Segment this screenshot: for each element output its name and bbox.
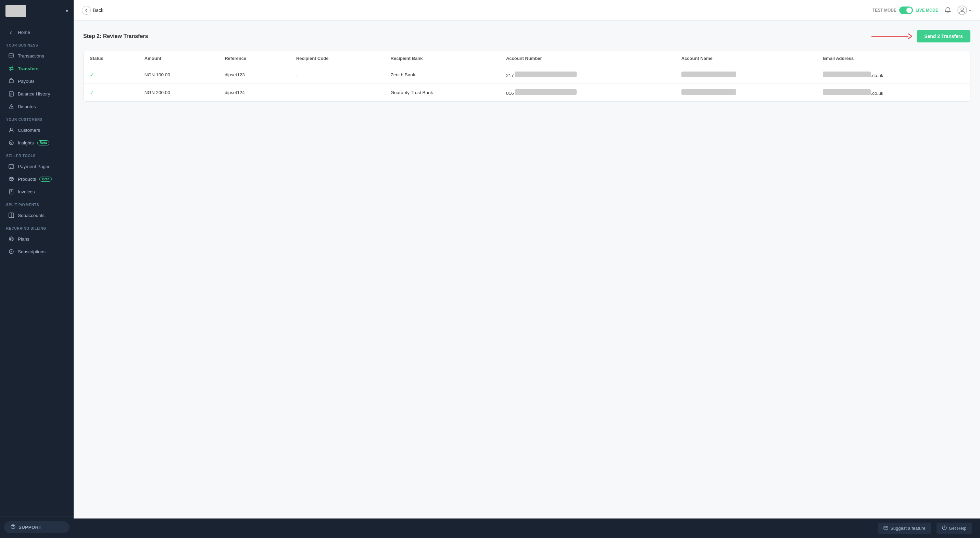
cell-status: ✓ (84, 66, 138, 84)
help-label: Get Help (949, 526, 966, 531)
plans-icon (8, 236, 14, 242)
cell-email-address: .co.uk (817, 84, 970, 102)
sidebar-item-label: Subscriptions (18, 249, 46, 254)
sidebar-item-transfers[interactable]: Transfers (2, 62, 72, 75)
red-arrow-icon (872, 33, 913, 40)
section-recurring-billing: RECURRING BILLING (0, 222, 74, 232)
sidebar-item-label: Balance History (18, 91, 50, 97)
sidebar-item-label: Insights (18, 140, 34, 146)
user-menu-button[interactable] (958, 5, 972, 15)
sidebar-item-home[interactable]: ⌂ Home (2, 26, 72, 38)
cell-reference: dipset123 (218, 66, 290, 84)
sidebar-item-payouts[interactable]: Payouts (2, 75, 72, 87)
account-name-redacted (681, 89, 736, 95)
sidebar-support: SUPPORT (0, 516, 74, 538)
mode-switch[interactable] (899, 6, 913, 14)
sidebar-item-insights[interactable]: Insights Beta (2, 136, 72, 149)
sidebar-item-label: Plans (18, 236, 29, 241)
help-icon (942, 525, 947, 531)
subscriptions-icon (8, 248, 14, 255)
svg-point-25 (11, 251, 12, 252)
col-account-number: Account Number (500, 51, 675, 66)
sidebar-item-products[interactable]: Products Beta (2, 173, 72, 185)
col-recipient-code: Recipient Code (290, 51, 385, 66)
col-email-address: Email Address (817, 51, 970, 66)
col-amount: Amount (138, 51, 218, 66)
sidebar-logo-area: ▾ (0, 0, 74, 22)
email-redacted (823, 71, 871, 77)
customers-icon (8, 127, 14, 133)
sidebar-item-customers[interactable]: Customers (2, 124, 72, 136)
account-number-redacted (515, 89, 577, 95)
send-transfers-button[interactable]: Send 2 Transfers (916, 30, 970, 43)
section-your-business: YOUR BUSINESS (0, 39, 74, 49)
sidebar-item-invoices[interactable]: Invoices (2, 186, 72, 198)
back-button[interactable]: Back (82, 6, 103, 15)
sidebar-item-label: Transfers (18, 66, 39, 71)
cell-recipient-bank: Zenith Bank (385, 66, 500, 84)
svg-rect-12 (9, 165, 14, 168)
svg-point-10 (9, 141, 13, 145)
live-mode-label: LIVE MODE (916, 8, 938, 13)
cell-amount: NGN 200.00 (138, 84, 218, 102)
support-button[interactable]: SUPPORT (4, 521, 70, 533)
bottom-bar: Suggest a feature Get Help (74, 519, 980, 538)
sidebar-item-subaccounts[interactable]: Subaccounts (2, 209, 72, 221)
products-icon (8, 176, 14, 182)
invoices-icon (8, 189, 14, 195)
sidebar-item-label: Subaccounts (18, 213, 45, 218)
sidebar-nav: ⌂ Home YOUR BUSINESS Transactions Transf… (0, 22, 74, 516)
sidebar-item-transactions[interactable]: Transactions (2, 50, 72, 62)
support-label: SUPPORT (19, 525, 41, 530)
get-help-button[interactable]: Get Help (937, 522, 972, 534)
svg-point-33 (944, 529, 944, 529)
sidebar-item-label: Transactions (18, 53, 44, 59)
page-content: Step 2: Review Transfers Send 2 Transfer… (74, 21, 980, 519)
topbar: Back TEST MODE LIVE MODE (74, 0, 980, 21)
section-your-customers: YOUR CUSTOMERS (0, 113, 74, 124)
back-label: Back (93, 8, 103, 13)
sidebar-item-disputes[interactable]: Disputes (2, 100, 72, 113)
col-reference: Reference (218, 51, 290, 66)
transfers-table: Status Amount Reference Recipient Code R… (83, 51, 970, 102)
sidebar: ▾ ⌂ Home YOUR BUSINESS Transactions Tran… (0, 0, 74, 538)
cell-recipient-bank: Guaranty Trust Bank (385, 84, 500, 102)
sidebar-item-subscriptions[interactable]: Subscriptions (2, 245, 72, 258)
notifications-icon[interactable] (942, 5, 953, 16)
suggest-feature-button[interactable]: Suggest a feature (878, 522, 931, 534)
beta-badge: Beta (37, 140, 50, 146)
support-icon (10, 524, 16, 530)
sidebar-item-balance-history[interactable]: Balance History (2, 87, 72, 100)
cell-account-number: 217 (500, 66, 675, 84)
cell-reference: dipset124 (218, 84, 290, 102)
beta-badge-products: Beta (40, 176, 52, 182)
payouts-icon (8, 78, 14, 84)
cell-amount: NGN 100.00 (138, 66, 218, 84)
sidebar-item-label: Products (18, 176, 36, 182)
transactions-icon (8, 53, 14, 59)
col-account-name: Account Name (675, 51, 817, 66)
page-title: Step 2: Review Transfers (83, 33, 148, 40)
sidebar-item-plans[interactable]: Plans (2, 233, 72, 245)
svg-point-9 (10, 128, 12, 130)
sidebar-item-label: Home (18, 30, 30, 35)
transfers-icon (8, 65, 14, 71)
home-icon: ⌂ (8, 29, 14, 35)
payment-pages-icon (8, 163, 14, 170)
cell-recipient-code: - (290, 84, 385, 102)
check-icon: ✓ (90, 72, 94, 78)
sidebar-item-payment-pages[interactable]: Payment Pages (2, 160, 72, 173)
check-icon: ✓ (90, 90, 94, 95)
svg-point-27 (13, 528, 13, 528)
table-row: ✓NGN 100.00dipset123-Zenith Bank217.co.u… (84, 66, 970, 84)
svg-point-23 (11, 238, 12, 239)
section-seller-tools: SELLER TOOLS (0, 149, 74, 160)
sidebar-item-label: Customers (18, 128, 40, 133)
svg-point-8 (11, 108, 11, 108)
cell-email-address: .co.uk (817, 66, 970, 84)
sidebar-item-label: Disputes (18, 104, 36, 109)
main-area: Back TEST MODE LIVE MODE Step 2: Review … (74, 0, 980, 538)
email-icon (883, 525, 888, 531)
chevron-down-icon[interactable]: ▾ (66, 8, 68, 14)
back-arrow-icon (82, 6, 91, 15)
